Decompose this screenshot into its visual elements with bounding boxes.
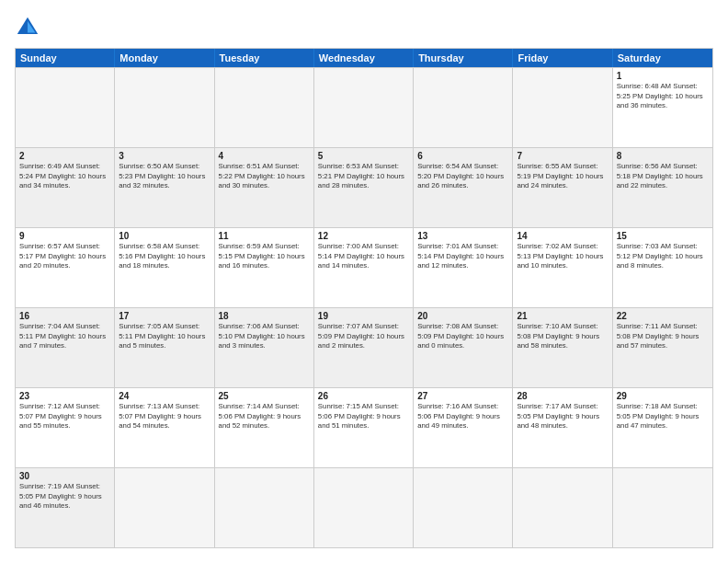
day-info: Sunrise: 6:58 AM Sunset: 5:16 PM Dayligh… <box>119 242 210 271</box>
day-info: Sunrise: 7:05 AM Sunset: 5:11 PM Dayligh… <box>119 322 210 351</box>
day-number: 9 <box>19 231 110 241</box>
day-number: 27 <box>417 391 508 401</box>
calendar-cell-30: 30Sunrise: 7:19 AM Sunset: 5:05 PM Dayli… <box>16 468 115 547</box>
calendar-body: 1Sunrise: 6:48 AM Sunset: 5:25 PM Daylig… <box>16 67 712 547</box>
calendar-cell-empty <box>115 68 214 147</box>
header-day-monday: Monday <box>115 49 214 67</box>
calendar-cell-24: 24Sunrise: 7:13 AM Sunset: 5:07 PM Dayli… <box>115 388 214 467</box>
day-number: 1 <box>617 71 709 81</box>
day-info: Sunrise: 7:07 AM Sunset: 5:09 PM Dayligh… <box>318 322 409 351</box>
day-number: 30 <box>19 471 110 481</box>
day-info: Sunrise: 7:00 AM Sunset: 5:14 PM Dayligh… <box>318 242 409 271</box>
day-info: Sunrise: 7:10 AM Sunset: 5:08 PM Dayligh… <box>517 322 608 351</box>
calendar-cell-empty <box>414 468 513 547</box>
page: SundayMondayTuesdayWednesdayThursdayFrid… <box>0 0 728 563</box>
day-number: 11 <box>219 231 310 241</box>
calendar-cell-16: 16Sunrise: 7:04 AM Sunset: 5:11 PM Dayli… <box>16 308 115 387</box>
header-day-saturday: Saturday <box>613 49 712 67</box>
header <box>15 15 713 40</box>
day-number: 26 <box>318 391 409 401</box>
calendar-cell-12: 12Sunrise: 7:00 AM Sunset: 5:14 PM Dayli… <box>314 228 414 307</box>
day-info: Sunrise: 6:48 AM Sunset: 5:25 PM Dayligh… <box>617 82 709 111</box>
day-number: 4 <box>219 151 310 161</box>
calendar-cell-7: 7Sunrise: 6:55 AM Sunset: 5:19 PM Daylig… <box>513 148 612 227</box>
day-info: Sunrise: 6:55 AM Sunset: 5:19 PM Dayligh… <box>517 162 608 191</box>
calendar-cell-4: 4Sunrise: 6:51 AM Sunset: 5:22 PM Daylig… <box>215 148 314 227</box>
calendar-cell-22: 22Sunrise: 7:11 AM Sunset: 5:08 PM Dayli… <box>613 308 712 387</box>
day-info: Sunrise: 7:03 AM Sunset: 5:12 PM Dayligh… <box>617 242 709 271</box>
calendar-row-5: 30Sunrise: 7:19 AM Sunset: 5:05 PM Dayli… <box>16 467 712 547</box>
header-day-wednesday: Wednesday <box>314 49 414 67</box>
header-day-friday: Friday <box>513 49 612 67</box>
day-number: 16 <box>19 311 110 321</box>
day-info: Sunrise: 7:16 AM Sunset: 5:06 PM Dayligh… <box>417 402 508 431</box>
calendar-cell-empty <box>115 468 214 547</box>
day-info: Sunrise: 7:14 AM Sunset: 5:06 PM Dayligh… <box>219 402 310 431</box>
day-number: 8 <box>617 151 709 161</box>
day-info: Sunrise: 7:02 AM Sunset: 5:13 PM Dayligh… <box>517 242 608 271</box>
header-day-tuesday: Tuesday <box>215 49 314 67</box>
calendar: SundayMondayTuesdayWednesdayThursdayFrid… <box>15 48 713 548</box>
day-number: 21 <box>517 311 608 321</box>
calendar-cell-11: 11Sunrise: 6:59 AM Sunset: 5:15 PM Dayli… <box>215 228 314 307</box>
calendar-cell-1: 1Sunrise: 6:48 AM Sunset: 5:25 PM Daylig… <box>613 68 712 147</box>
day-info: Sunrise: 7:08 AM Sunset: 5:09 PM Dayligh… <box>417 322 508 351</box>
day-number: 5 <box>318 151 409 161</box>
calendar-cell-25: 25Sunrise: 7:14 AM Sunset: 5:06 PM Dayli… <box>215 388 314 467</box>
day-info: Sunrise: 6:54 AM Sunset: 5:20 PM Dayligh… <box>417 162 508 191</box>
header-day-sunday: Sunday <box>16 49 115 67</box>
calendar-cell-18: 18Sunrise: 7:06 AM Sunset: 5:10 PM Dayli… <box>215 308 314 387</box>
calendar-cell-empty <box>314 68 414 147</box>
calendar-cell-3: 3Sunrise: 6:50 AM Sunset: 5:23 PM Daylig… <box>115 148 214 227</box>
day-number: 12 <box>318 231 409 241</box>
day-number: 24 <box>119 391 210 401</box>
logo <box>15 15 44 40</box>
day-info: Sunrise: 7:18 AM Sunset: 5:05 PM Dayligh… <box>617 402 709 431</box>
day-number: 22 <box>617 311 709 321</box>
day-info: Sunrise: 6:53 AM Sunset: 5:21 PM Dayligh… <box>318 162 409 191</box>
day-number: 15 <box>617 231 709 241</box>
day-info: Sunrise: 6:56 AM Sunset: 5:18 PM Dayligh… <box>617 162 709 191</box>
calendar-cell-empty <box>215 68 314 147</box>
day-number: 29 <box>617 391 709 401</box>
day-number: 13 <box>417 231 508 241</box>
calendar-cell-23: 23Sunrise: 7:12 AM Sunset: 5:07 PM Dayli… <box>16 388 115 467</box>
calendar-cell-17: 17Sunrise: 7:05 AM Sunset: 5:11 PM Dayli… <box>115 308 214 387</box>
day-info: Sunrise: 7:04 AM Sunset: 5:11 PM Dayligh… <box>19 322 110 351</box>
calendar-cell-5: 5Sunrise: 6:53 AM Sunset: 5:21 PM Daylig… <box>314 148 414 227</box>
day-number: 23 <box>19 391 110 401</box>
calendar-cell-19: 19Sunrise: 7:07 AM Sunset: 5:09 PM Dayli… <box>314 308 414 387</box>
day-info: Sunrise: 6:59 AM Sunset: 5:15 PM Dayligh… <box>219 242 310 271</box>
calendar-row-0: 1Sunrise: 6:48 AM Sunset: 5:25 PM Daylig… <box>16 67 712 147</box>
calendar-cell-29: 29Sunrise: 7:18 AM Sunset: 5:05 PM Dayli… <box>613 388 712 467</box>
calendar-row-4: 23Sunrise: 7:12 AM Sunset: 5:07 PM Dayli… <box>16 387 712 467</box>
calendar-header: SundayMondayTuesdayWednesdayThursdayFrid… <box>16 49 712 67</box>
day-info: Sunrise: 7:13 AM Sunset: 5:07 PM Dayligh… <box>119 402 210 431</box>
day-number: 25 <box>219 391 310 401</box>
calendar-cell-empty <box>215 468 314 547</box>
calendar-cell-21: 21Sunrise: 7:10 AM Sunset: 5:08 PM Dayli… <box>513 308 612 387</box>
day-number: 19 <box>318 311 409 321</box>
calendar-cell-27: 27Sunrise: 7:16 AM Sunset: 5:06 PM Dayli… <box>414 388 513 467</box>
day-number: 6 <box>417 151 508 161</box>
day-info: Sunrise: 6:50 AM Sunset: 5:23 PM Dayligh… <box>119 162 210 191</box>
day-info: Sunrise: 7:01 AM Sunset: 5:14 PM Dayligh… <box>417 242 508 271</box>
day-number: 7 <box>517 151 608 161</box>
calendar-cell-13: 13Sunrise: 7:01 AM Sunset: 5:14 PM Dayli… <box>414 228 513 307</box>
calendar-cell-empty <box>513 68 612 147</box>
calendar-cell-28: 28Sunrise: 7:17 AM Sunset: 5:05 PM Dayli… <box>513 388 612 467</box>
day-info: Sunrise: 6:49 AM Sunset: 5:24 PM Dayligh… <box>19 162 110 191</box>
calendar-cell-2: 2Sunrise: 6:49 AM Sunset: 5:24 PM Daylig… <box>16 148 115 227</box>
day-info: Sunrise: 7:19 AM Sunset: 5:05 PM Dayligh… <box>19 482 110 511</box>
day-info: Sunrise: 6:57 AM Sunset: 5:17 PM Dayligh… <box>19 242 110 271</box>
calendar-cell-26: 26Sunrise: 7:15 AM Sunset: 5:06 PM Dayli… <box>314 388 414 467</box>
header-day-thursday: Thursday <box>414 49 513 67</box>
day-number: 28 <box>517 391 608 401</box>
day-number: 17 <box>119 311 210 321</box>
calendar-row-2: 9Sunrise: 6:57 AM Sunset: 5:17 PM Daylig… <box>16 227 712 307</box>
day-number: 10 <box>119 231 210 241</box>
day-info: Sunrise: 7:06 AM Sunset: 5:10 PM Dayligh… <box>219 322 310 351</box>
calendar-cell-9: 9Sunrise: 6:57 AM Sunset: 5:17 PM Daylig… <box>16 228 115 307</box>
calendar-row-1: 2Sunrise: 6:49 AM Sunset: 5:24 PM Daylig… <box>16 147 712 227</box>
day-number: 18 <box>219 311 310 321</box>
